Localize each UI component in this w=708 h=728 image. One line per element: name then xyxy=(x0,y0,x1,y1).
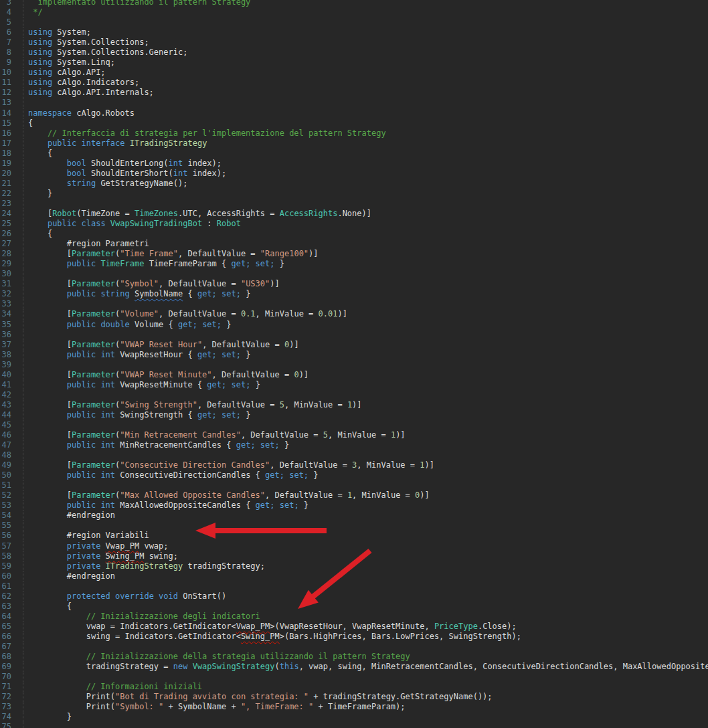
code-line[interactable]: 54 #endregion xyxy=(0,511,708,521)
code-line[interactable]: 53 public int MaxAllowedOppositeCandles … xyxy=(0,500,708,511)
code-line[interactable]: 10using cAlgo.API; xyxy=(0,68,708,78)
line-number[interactable]: 59 xyxy=(0,561,11,571)
code-editor[interactable]: 3 implementato utilizzando il pattern St… xyxy=(0,0,708,728)
code-line[interactable]: 49 [Parameter("Consecutive Direction Can… xyxy=(0,460,708,470)
line-number[interactable]: 39 xyxy=(0,360,11,370)
line-number[interactable]: 17 xyxy=(0,139,11,149)
line-number[interactable]: 44 xyxy=(0,410,11,420)
code-line[interactable]: 51 xyxy=(0,480,708,490)
line-number[interactable]: 29 xyxy=(0,259,11,269)
line-number[interactable]: 75 xyxy=(0,722,11,728)
code-line[interactable]: 67 xyxy=(0,642,708,652)
line-number[interactable]: 60 xyxy=(0,571,11,581)
code-line[interactable]: 44 public int SwingStrength { get; set; … xyxy=(0,410,708,420)
line-number[interactable]: 55 xyxy=(0,521,11,531)
line-number[interactable]: 3 xyxy=(0,0,11,7)
code-line[interactable]: 23 xyxy=(0,199,708,209)
code-line[interactable]: 19 bool ShouldEnterLong(int index); xyxy=(0,159,708,169)
line-number[interactable]: 32 xyxy=(0,289,11,299)
line-number[interactable]: 15 xyxy=(0,118,11,128)
line-number[interactable]: 50 xyxy=(0,470,11,480)
line-number[interactable]: 70 xyxy=(0,672,11,682)
line-number[interactable]: 13 xyxy=(0,98,11,108)
code-line[interactable]: 11using cAlgo.Indicators; xyxy=(0,78,708,88)
line-number[interactable]: 27 xyxy=(0,239,11,249)
code-line[interactable]: 45 xyxy=(0,420,708,430)
code-line[interactable]: 36 xyxy=(0,330,708,340)
code-line[interactable]: 8using System.Collections.Generic; xyxy=(0,48,708,58)
line-number[interactable]: 35 xyxy=(0,320,11,330)
code-line[interactable]: 74 } xyxy=(0,712,708,722)
code-line[interactable]: 56 #region Variabili xyxy=(0,531,708,541)
code-line[interactable]: 37 [Parameter("VWAP Reset Hour", Default… xyxy=(0,340,708,350)
line-number[interactable]: 66 xyxy=(0,632,11,642)
code-line[interactable]: 3 implementato utilizzando il pattern St… xyxy=(0,0,708,7)
line-number[interactable]: 61 xyxy=(0,581,11,592)
line-number[interactable]: 64 xyxy=(0,612,11,622)
line-number[interactable]: 24 xyxy=(0,209,11,219)
line-number[interactable]: 69 xyxy=(0,662,11,672)
line-number[interactable]: 37 xyxy=(0,340,11,350)
line-number[interactable]: 42 xyxy=(0,390,11,400)
code-line[interactable]: 69 tradingStrategy = new VwapSwingStrate… xyxy=(0,662,708,672)
line-number[interactable]: 20 xyxy=(0,169,11,179)
line-number[interactable]: 74 xyxy=(0,712,11,722)
code-line[interactable]: 41 public int VwapResetMinute { get; set… xyxy=(0,380,708,390)
line-number[interactable]: 53 xyxy=(0,500,11,511)
line-number[interactable]: 31 xyxy=(0,279,11,289)
code-line[interactable]: 38 public int VwapResetHour { get; set; … xyxy=(0,350,708,360)
line-number[interactable]: 18 xyxy=(0,149,11,159)
line-number[interactable]: 43 xyxy=(0,400,11,410)
line-number[interactable]: 21 xyxy=(0,179,11,189)
code-line[interactable]: 43 [Parameter("Swing Strength", DefaultV… xyxy=(0,400,708,410)
code-line[interactable]: 75 xyxy=(0,722,708,728)
line-number[interactable]: 54 xyxy=(0,511,11,521)
line-number[interactable]: 28 xyxy=(0,249,11,259)
code-line[interactable]: 14namespace cAlgo.Robots xyxy=(0,108,708,118)
code-line[interactable]: 47 public int MinRetracementCandles { ge… xyxy=(0,440,708,450)
line-number[interactable]: 65 xyxy=(0,622,11,632)
line-number[interactable]: 6 xyxy=(0,27,11,37)
line-number[interactable]: 58 xyxy=(0,551,11,561)
line-number[interactable]: 73 xyxy=(0,702,11,712)
code-line[interactable]: 30 xyxy=(0,269,708,279)
line-number[interactable]: 45 xyxy=(0,420,11,430)
line-number[interactable]: 14 xyxy=(0,108,11,118)
code-line[interactable]: 60 #endregion xyxy=(0,571,708,581)
line-number[interactable]: 8 xyxy=(0,48,11,58)
code-line[interactable]: 71 // Informazioni iniziali xyxy=(0,682,708,692)
code-line[interactable]: 50 public int ConsecutiveDirectionCandle… xyxy=(0,470,708,480)
line-number[interactable]: 52 xyxy=(0,490,11,500)
line-number[interactable]: 16 xyxy=(0,128,11,139)
line-number[interactable]: 5 xyxy=(0,17,11,27)
code-line[interactable]: 16 // Interfaccia di strategia per l'imp… xyxy=(0,128,708,139)
code-line[interactable]: 72 Print("Bot di Trading avviato con str… xyxy=(0,692,708,702)
line-number[interactable]: 63 xyxy=(0,602,11,612)
line-number[interactable]: 71 xyxy=(0,682,11,692)
code-line[interactable]: 12using cAlgo.API.Internals; xyxy=(0,88,708,98)
code-line[interactable]: 5 xyxy=(0,17,708,27)
line-number[interactable]: 68 xyxy=(0,652,11,662)
code-line[interactable]: 65 vwap = Indicators.GetIndicator<Vwap_P… xyxy=(0,622,708,632)
code-line[interactable]: 15{ xyxy=(0,118,708,128)
code-line[interactable]: 68 // Inizializzazione della strategia u… xyxy=(0,652,708,662)
code-line[interactable]: 35 public double Volume { get; set; } xyxy=(0,320,708,330)
line-number[interactable]: 34 xyxy=(0,309,11,319)
code-line[interactable]: 4 */ xyxy=(0,7,708,17)
code-line[interactable]: 34 [Parameter("Volume", DefaultValue = 0… xyxy=(0,309,708,319)
code-line[interactable]: 55 xyxy=(0,521,708,531)
line-number[interactable]: 23 xyxy=(0,199,11,209)
code-line[interactable]: 17 public interface ITradingStrategy xyxy=(0,139,708,149)
code-line[interactable]: 29 public TimeFrame TimeFrameParam { get… xyxy=(0,259,708,269)
line-number[interactable]: 11 xyxy=(0,78,11,88)
code-line[interactable]: 25 public class VwapSwingTradingBot : Ro… xyxy=(0,219,708,229)
line-number[interactable]: 67 xyxy=(0,642,11,652)
line-number[interactable]: 57 xyxy=(0,541,11,551)
line-number[interactable]: 41 xyxy=(0,380,11,390)
code-line[interactable]: 52 [Parameter("Max Allowed Opposite Cand… xyxy=(0,490,708,500)
line-number[interactable]: 47 xyxy=(0,440,11,450)
code-line[interactable]: 9using System.Linq; xyxy=(0,58,708,68)
code-line[interactable]: 59 private ITradingStrategy tradingStrat… xyxy=(0,561,708,571)
line-number[interactable]: 26 xyxy=(0,229,11,239)
code-line[interactable]: 7using System.Collections; xyxy=(0,37,708,48)
